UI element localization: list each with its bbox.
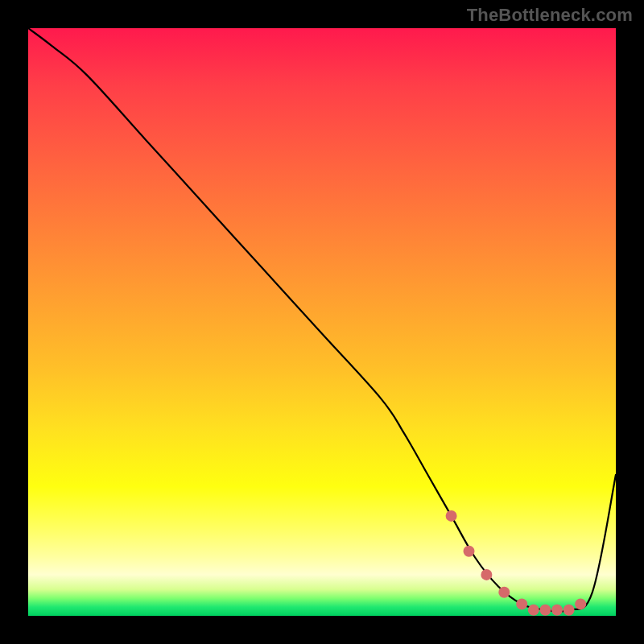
optimal-range-dot bbox=[481, 569, 492, 580]
watermark-text: TheBottleneck.com bbox=[467, 5, 633, 26]
optimal-range-dot bbox=[498, 587, 510, 598]
optimal-range-dot bbox=[564, 605, 575, 616]
chart-stage: TheBottleneck.com bbox=[0, 0, 644, 644]
optimal-range-dot bbox=[539, 605, 551, 616]
optimal-range-dot bbox=[464, 546, 475, 557]
optimal-range-dot bbox=[516, 598, 527, 609]
bottleneck-curve-path bbox=[28, 28, 616, 612]
plot-area bbox=[28, 28, 616, 616]
optimal-range-dot bbox=[551, 605, 563, 616]
optimal-range-dot bbox=[528, 605, 539, 616]
optimal-range-dot bbox=[575, 598, 586, 609]
optimal-range-dot bbox=[446, 510, 457, 522]
curve-layer bbox=[28, 28, 616, 616]
